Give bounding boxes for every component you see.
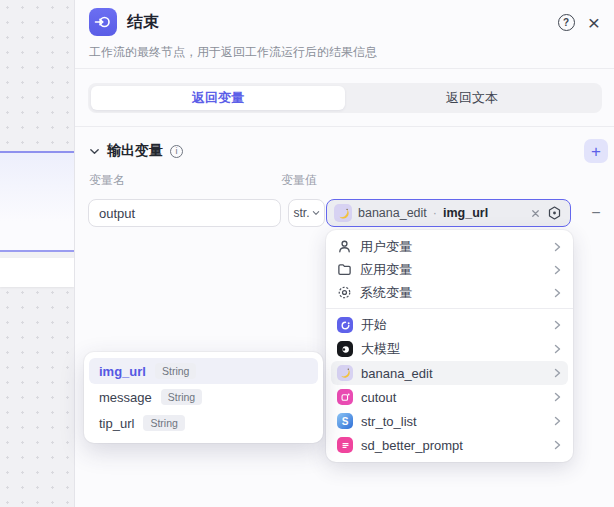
info-icon: i [170, 145, 183, 158]
chevron-down-icon [89, 146, 100, 157]
type-badge: String [143, 415, 184, 432]
field-name: message [99, 390, 152, 405]
menu-divider [326, 308, 573, 309]
menu-item-node-start[interactable]: 开始 [331, 313, 568, 337]
chevron-right-icon [552, 392, 562, 402]
remove-variable-button[interactable]: − [585, 199, 607, 227]
llm-node-icon [337, 341, 353, 357]
banana-node-icon [337, 365, 353, 381]
chevron-right-icon [552, 440, 562, 450]
chevron-right-icon [552, 320, 562, 330]
user-icon [337, 239, 352, 254]
field-name: img_url [99, 364, 146, 379]
menu-item-node-sd-better-prompt[interactable]: sd_better_prompt [331, 433, 568, 457]
field-submenu: img_url String message String tip_url St… [84, 352, 323, 443]
reference-node-name: banana_edit [358, 206, 427, 220]
canvas-node-fragment[interactable] [0, 258, 74, 287]
menu-item-node-cutout[interactable]: cutout [331, 385, 568, 409]
chevron-down-icon [312, 209, 320, 217]
str-to-list-node-icon: S [337, 413, 353, 429]
tab-return-variables[interactable]: 返回变量 [91, 86, 345, 110]
column-header-name: 变量名 [89, 172, 125, 189]
menu-item-node-banana-edit[interactable]: banana_edit [331, 361, 568, 385]
output-variables-section-header[interactable]: 输出变量 i [89, 142, 183, 160]
variable-value-selector[interactable]: banana_edit · img_url [326, 199, 571, 227]
add-variable-button[interactable]: + [584, 139, 608, 163]
menu-item-label: sd_better_prompt [361, 438, 463, 453]
gear-icon [337, 285, 352, 300]
divider [75, 68, 614, 69]
section-title: 输出变量 [107, 142, 163, 160]
panel-title: 结束 [127, 12, 159, 33]
return-mode-tabs: 返回变量 返回文本 [88, 83, 602, 113]
menu-item-label: 用户变量 [360, 238, 412, 256]
end-node-panel: 结束 ? × 工作流的最终节点，用于返回工作流运行后的结果信息 返回变量 返回文… [74, 0, 614, 507]
banana-node-icon [334, 204, 352, 222]
type-badge: String [161, 389, 202, 406]
variable-type-select[interactable]: str. [288, 199, 325, 227]
reference-field-name: img_url [443, 206, 488, 220]
folder-icon [337, 262, 352, 277]
divider [75, 126, 614, 127]
menu-item-node-str-to-list[interactable]: S str_to_list [331, 409, 568, 433]
variable-name-input[interactable] [88, 199, 281, 227]
variable-reference-dropdown: 用户变量 应用变量 系统变量 [326, 230, 573, 462]
menu-item-label: 系统变量 [360, 284, 412, 302]
chevron-right-icon [552, 242, 562, 252]
chevron-right-icon [552, 344, 562, 354]
chevron-right-icon [552, 265, 562, 275]
start-node-icon [337, 317, 353, 333]
canvas-node-fragment[interactable] [0, 151, 74, 252]
panel-header: 结束 ? × [75, 0, 614, 44]
chevron-right-icon [552, 368, 562, 378]
end-node-icon [89, 8, 117, 36]
menu-item-label: 开始 [361, 316, 387, 334]
menu-item-app-variables[interactable]: 应用变量 [331, 258, 568, 281]
chevron-right-icon [552, 288, 562, 298]
help-button[interactable]: ? [555, 11, 577, 33]
panel-description: 工作流的最终节点，用于返回工作流运行后的结果信息 [89, 44, 377, 61]
column-header-value: 变量值 [281, 172, 317, 189]
chevron-right-icon [552, 416, 562, 426]
menu-item-label: 大模型 [361, 340, 400, 358]
help-icon: ? [558, 14, 575, 31]
cutout-node-icon [337, 389, 353, 405]
menu-item-label: 应用变量 [360, 261, 412, 279]
menu-item-node-llm[interactable]: 大模型 [331, 337, 568, 361]
field-name: tip_url [99, 416, 134, 431]
type-badge: String [155, 363, 196, 380]
clear-value-icon[interactable] [530, 208, 541, 219]
menu-item-label: cutout [361, 390, 396, 405]
tab-return-text[interactable]: 返回文本 [345, 86, 599, 110]
submenu-item-message[interactable]: message String [89, 384, 318, 410]
menu-item-user-variables[interactable]: 用户变量 [331, 235, 568, 258]
workflow-canvas[interactable] [0, 0, 74, 507]
prompt-node-icon [337, 437, 353, 453]
submenu-item-img-url[interactable]: img_url String [89, 358, 318, 384]
type-select-value: str. [293, 206, 309, 220]
menu-item-label: str_to_list [361, 414, 417, 429]
close-button[interactable]: × [583, 11, 605, 33]
reference-settings-icon[interactable] [546, 205, 563, 222]
menu-item-label: banana_edit [361, 366, 433, 381]
close-icon: × [588, 12, 600, 33]
submenu-item-tip-url[interactable]: tip_url String [89, 410, 318, 436]
menu-item-system-variables[interactable]: 系统变量 [331, 281, 568, 304]
reference-separator: · [433, 206, 437, 220]
